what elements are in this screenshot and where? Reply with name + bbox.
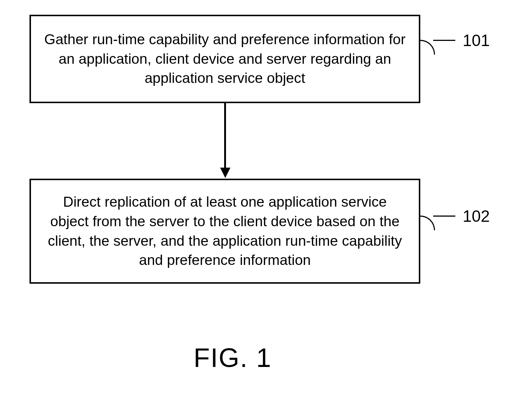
flowchart-step-1: Gather run-time capability and preferenc… [29,15,420,103]
step-2-label: 102 [463,207,490,225]
leader-curve-1 [420,40,435,55]
arrow-shaft [224,103,226,169]
flowchart-step-2: Direct replication of at least one appli… [29,179,420,284]
arrow-head-icon [220,168,230,178]
leader-line-2 [433,216,455,217]
leader-curve-2 [420,216,435,230]
step-1-text: Gather run-time capability and preferenc… [42,30,408,88]
leader-line-1 [433,40,455,41]
figure-caption: FIG. 1 [194,343,272,373]
step-1-label: 101 [463,31,490,50]
step-2-text: Direct replication of at least one appli… [42,192,408,270]
